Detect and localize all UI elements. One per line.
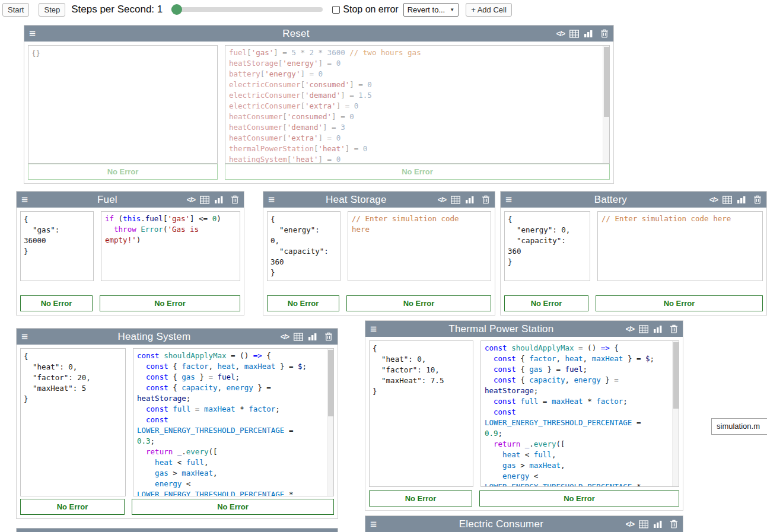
state-error-status: No Error [28,164,218,180]
chart-view-icon[interactable] [737,196,746,204]
code-error-status: No Error [479,490,679,506]
state-editor[interactable]: { "gas": 36000 } [20,211,94,281]
menu-icon[interactable]: ≡ [21,331,28,342]
stop-on-error-label: Stop on error [343,4,398,15]
chart-view-icon[interactable] [653,520,663,528]
revert-select[interactable]: Revert to... ▼ [403,3,459,17]
speed-slider-thumb[interactable] [171,4,182,15]
chart-view-icon[interactable] [214,196,224,204]
menu-icon[interactable]: ≡ [21,194,28,205]
table-view-icon[interactable] [569,30,579,38]
stop-on-error-checkbox[interactable] [332,6,340,14]
state-editor[interactable]: {} [28,45,218,164]
table-view-icon[interactable] [639,325,648,333]
cell-title: Fuel [31,194,183,206]
table-view-icon[interactable] [639,520,648,528]
delete-cell-icon[interactable] [670,324,678,333]
cell-title: Heating System [31,331,277,343]
cell-title: Thermal Power Station [380,323,622,335]
cell-battery-header: ≡ Battery </> [501,192,766,208]
state-editor[interactable]: { "energy": 0, "capacity": 360 } [267,211,340,281]
code-view-icon[interactable]: </> [556,30,565,38]
code-error-status: No Error [346,295,491,311]
state-error-status: No Error [369,490,472,506]
chart-view-icon[interactable] [308,333,317,341]
cell-heating-system: ≡ Heating System </> { "heat": 0, "facto… [16,328,338,519]
toolbar: Start Step Steps per Second: 1 Stop on e… [0,0,767,19]
cell-electric-consumer: ≡ Electric Consumer </> [365,515,683,532]
state-error-status: No Error [20,499,125,515]
cell-reset: ≡ Reset </> {} fuel['gas'] = 5 * 2 * 360… [24,25,614,184]
code-editor[interactable]: if (this.fuel['gas'] <= 0) throw Error('… [101,211,240,281]
code-error-status: No Error [100,295,240,311]
menu-icon[interactable]: ≡ [268,194,275,205]
cell-heat-storage-header: ≡ Heat Storage </> [263,192,495,208]
delete-cell-icon[interactable] [600,29,609,38]
state-error-status: No Error [20,295,93,311]
code-error-status: No Error [225,164,610,180]
state-editor[interactable]: { "heat": 0, "factor": 10, "maxHeat": 7.… [369,340,473,487]
cell-fuel: ≡ Fuel </> { "gas": 36000 } if (this.fue… [16,191,244,316]
step-button[interactable]: Step [39,3,65,17]
chart-view-icon[interactable] [584,30,593,38]
code-editor[interactable]: fuel['gas'] = 5 * 2 * 3600 // two hours … [225,45,610,164]
speed-slider[interactable] [171,7,323,12]
cell-fuel-header: ≡ Fuel </> [17,192,244,208]
delete-cell-icon[interactable] [324,332,333,341]
cell-title: Reset [39,28,553,40]
menu-icon[interactable]: ≡ [370,323,377,335]
code-view-icon[interactable]: </> [187,196,195,204]
menu-icon[interactable]: ≡ [370,518,377,530]
scrollbar[interactable] [603,46,609,163]
cell-heating-system-header: ≡ Heating System </> [17,329,338,345]
cell-title: Heat Storage [278,194,434,206]
steps-per-second-label: Steps per Second: 1 [71,4,163,15]
cell-electric-consumer-header: ≡ Electric Consumer </> [365,516,683,532]
cell-partial-header: ≡ </> [17,528,338,532]
chevron-down-icon: ▼ [450,7,454,12]
code-error-status: No Error [596,295,763,311]
table-view-icon[interactable] [723,196,732,204]
code-view-icon[interactable]: </> [626,520,634,528]
cell-partial: ≡ </> [16,528,338,532]
state-editor[interactable]: { "energy": 0, "capacity": 360 } [504,211,590,281]
menu-icon[interactable]: ≡ [505,194,512,205]
chart-view-icon[interactable] [653,325,663,333]
revert-select-value: Revert to... [408,5,445,14]
state-error-status: No Error [504,295,588,311]
state-editor[interactable]: { "heat": 0, "factor": 20, "maxHeat": 5 … [20,348,126,496]
delete-cell-icon[interactable] [231,195,239,204]
code-editor[interactable]: const shouldApplyMax = () => { const { f… [480,340,679,487]
start-button[interactable]: Start [2,3,29,17]
scrollbar[interactable] [327,349,333,496]
code-editor[interactable]: // Enter simulation codehere [348,211,491,281]
code-view-icon[interactable]: </> [281,333,289,341]
code-view-icon[interactable]: </> [709,196,718,204]
cell-thermal-power-station-header: ≡ Thermal Power Station </> [365,321,683,337]
cell-battery: ≡ Battery </> { "energy": 0, "capacity":… [500,191,767,316]
menu-icon[interactable]: ≡ [29,28,36,39]
simulation-workspace: Start Step Steps per Second: 1 Stop on e… [0,0,767,532]
delete-cell-icon[interactable] [482,195,490,204]
delete-cell-icon[interactable] [670,520,678,528]
cell-heat-storage: ≡ Heat Storage </> { "energy": 0, "capac… [263,191,495,316]
chart-view-icon[interactable] [465,196,475,204]
scrollbar[interactable] [672,341,679,486]
cell-title: Electric Consumer [380,518,622,530]
table-view-icon[interactable] [200,196,209,204]
code-view-icon[interactable]: </> [438,196,446,204]
state-error-status: No Error [267,295,339,311]
filename-tooltip: simulation.m [711,418,767,435]
cell-thermal-power-station: ≡ Thermal Power Station </> { "heat": 0,… [365,320,683,511]
delete-cell-icon[interactable] [753,195,762,204]
table-view-icon[interactable] [294,333,303,341]
code-view-icon[interactable]: </> [626,325,634,333]
code-error-status: No Error [132,499,334,515]
code-editor[interactable]: const shouldApplyMax = () => { const { f… [133,348,334,496]
add-cell-button[interactable]: + Add Cell [466,3,512,17]
code-editor[interactable]: // Enter simulation code here [597,211,763,281]
cell-reset-header: ≡ Reset </> [24,26,613,42]
cell-title: Battery [515,194,706,206]
table-view-icon[interactable] [451,196,460,204]
